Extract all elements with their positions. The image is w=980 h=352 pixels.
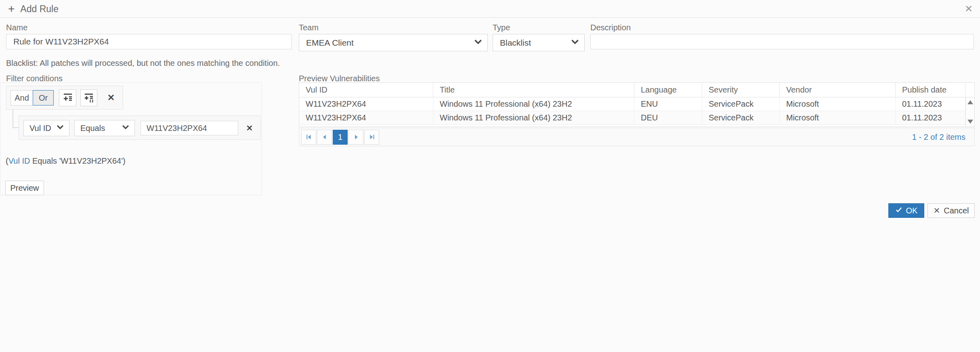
- cell-title: Windows 11 Professional (x64) 23H2: [433, 111, 634, 124]
- name-input[interactable]: [6, 34, 292, 49]
- filter-field-value: Vul ID: [29, 124, 51, 133]
- vertical-scrollbar[interactable]: [965, 97, 974, 126]
- column-header-title[interactable]: Title: [433, 83, 634, 97]
- filter-summary-field-link[interactable]: Vul ID: [8, 156, 30, 165]
- description-label: Description: [590, 23, 631, 32]
- scroll-down-icon[interactable]: [967, 120, 973, 124]
- column-header-severity[interactable]: Severity: [702, 83, 780, 97]
- add-expression-icon: [63, 92, 73, 104]
- cell-language: DEU: [634, 111, 702, 124]
- name-label: Name: [6, 23, 27, 32]
- type-dropdown-value: Blacklist: [500, 38, 531, 48]
- filter-summary-paren: (: [6, 156, 8, 165]
- cell-severity: ServicePack: [702, 97, 780, 111]
- dialog-title-text: Add Rule: [20, 0, 59, 18]
- add-expression-button[interactable]: [59, 89, 76, 106]
- pager-items-count: 1 - 2 of 2 items: [912, 133, 965, 142]
- column-header-vendor[interactable]: Vendor: [780, 83, 896, 97]
- cell-vul-id: W11V23H2PX64: [299, 111, 433, 124]
- cell-vendor: Microsoft: [780, 111, 896, 124]
- filter-summary: (Vul ID Equals 'W11V23H2PX64'): [6, 156, 126, 166]
- dialog-header: + Add Rule ✕: [0, 0, 980, 18]
- filter-value-input[interactable]: [141, 121, 238, 135]
- team-label: Team: [299, 23, 319, 32]
- chevron-down-icon: [571, 37, 579, 48]
- scroll-up-icon[interactable]: [967, 100, 973, 104]
- logic-and-button[interactable]: And: [10, 90, 33, 105]
- pager-next-button[interactable]: [348, 130, 363, 145]
- cell-publish-date: 01.11.2023: [896, 111, 965, 124]
- cell-publish-date: 01.11.2023: [896, 97, 965, 111]
- grid-pager: 1 1 - 2 of 2 items: [299, 128, 975, 146]
- grid-body: W11V23H2PX64Windows 11 Professional (x64…: [299, 97, 974, 126]
- pager-prev-button[interactable]: [317, 130, 332, 145]
- preview-vulnerabilities-label: Preview Vulnerabilities: [299, 74, 380, 83]
- filter-operator-dropdown[interactable]: Equals: [74, 120, 135, 136]
- remove-condition-icon[interactable]: ✕: [241, 120, 258, 136]
- pager-last-button[interactable]: [364, 130, 379, 145]
- table-row[interactable]: W11V23H2PX64Windows 11 Professional (x64…: [299, 111, 974, 125]
- tree-connector-vertical: [13, 110, 13, 128]
- team-dropdown-value: EMEA Client: [306, 38, 354, 48]
- cancel-x-icon: ✕: [933, 206, 940, 215]
- description-input[interactable]: [590, 34, 974, 49]
- filter-summary-rest: Equals 'W11V23H2PX64'): [30, 156, 125, 165]
- filter-conditions-label: Filter conditions: [6, 74, 63, 83]
- cell-language: ENU: [634, 97, 702, 111]
- vulnerabilities-grid: Vul IDTitleLanguageSeverityVendorPublish…: [299, 82, 975, 127]
- close-icon[interactable]: ✕: [962, 2, 975, 15]
- logic-or-button[interactable]: Or: [33, 90, 54, 105]
- type-dropdown[interactable]: Blacklist: [493, 34, 585, 51]
- ok-button[interactable]: OK: [888, 203, 924, 218]
- filter-condition-row: Vul ID Equals ✕: [19, 116, 261, 140]
- page-title: + Add Rule: [8, 0, 59, 18]
- column-header-language[interactable]: Language: [634, 83, 702, 97]
- type-label: Type: [493, 23, 510, 32]
- preview-button[interactable]: Preview: [5, 181, 44, 195]
- grid-header-row: Vul IDTitleLanguageSeverityVendorPublish…: [299, 83, 974, 97]
- cell-severity: ServicePack: [702, 111, 780, 124]
- column-header-vul-id[interactable]: Vul ID: [299, 83, 433, 97]
- column-header-publish-date[interactable]: Publish date: [896, 83, 965, 97]
- chevron-down-icon: [122, 123, 130, 133]
- cell-vul-id: W11V23H2PX64: [299, 97, 433, 111]
- chevron-down-icon: [474, 37, 483, 48]
- chevron-down-icon: [56, 123, 64, 133]
- filter-builder-panel: And Or ✕: [0, 82, 262, 195]
- ok-button-label: OK: [906, 206, 918, 215]
- add-group-button[interactable]: [80, 89, 97, 106]
- filter-operator-value: Equals: [80, 124, 105, 133]
- type-hint-text: Blacklist: All patches will processed, b…: [6, 59, 280, 68]
- cell-vendor: Microsoft: [780, 97, 896, 111]
- cancel-button-label: Cancel: [944, 206, 969, 215]
- table-row[interactable]: W11V23H2PX64Windows 11 Professional (x64…: [299, 97, 974, 111]
- column-header-spacer: [965, 83, 974, 97]
- remove-group-icon[interactable]: ✕: [103, 90, 120, 106]
- add-group-icon: [84, 92, 94, 104]
- cancel-button[interactable]: ✕ Cancel: [928, 203, 975, 218]
- pager-first-button[interactable]: [301, 130, 316, 145]
- team-dropdown[interactable]: EMEA Client: [299, 34, 488, 51]
- add-icon: +: [8, 0, 15, 18]
- pager-page-1-button[interactable]: 1: [333, 130, 348, 145]
- cell-title: Windows 11 Professional (x64) 23H2: [433, 97, 634, 111]
- tree-connector-horizontal: [13, 127, 19, 128]
- filter-field-dropdown[interactable]: Vul ID: [23, 120, 69, 136]
- check-icon: [895, 206, 902, 215]
- filter-logic-toolbar: And Or ✕: [6, 86, 123, 110]
